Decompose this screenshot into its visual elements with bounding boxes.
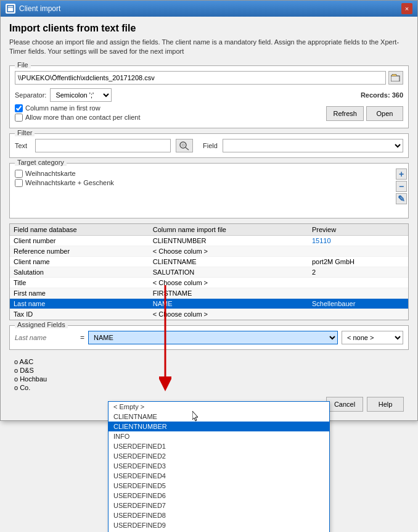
- dropdown-item[interactable]: USERDEFINED8: [109, 510, 329, 520]
- target-side-buttons: + − ✎: [396, 168, 407, 204]
- search-button[interactable]: [176, 139, 193, 152]
- dropdown-overlay: < Empty >CLIENTNAMECLIENTNUMBERINFOUSERD…: [108, 401, 330, 532]
- dropdown-item[interactable]: < Empty >: [109, 402, 329, 412]
- remove-category-button[interactable]: −: [396, 181, 407, 192]
- column-name-cell: CLIENTNUMBER: [149, 235, 308, 246]
- table-row[interactable]: Reference number< Choose colum >: [10, 246, 408, 256]
- dropdown-item[interactable]: CLIENTNAME: [109, 412, 329, 422]
- dropdown-item[interactable]: USERDEFINED7: [109, 501, 329, 510]
- bottom-item-1: o A&C: [14, 357, 404, 366]
- table-row[interactable]: SalutationSALUTATION2: [10, 267, 408, 277]
- add-category-button[interactable]: +: [396, 168, 407, 180]
- table-row[interactable]: Tax ID< Choose colum >: [10, 309, 408, 319]
- allow-more-label: Allow more than one contact per client: [25, 114, 141, 121]
- assigned-second-dropdown[interactable]: < none >: [342, 331, 403, 344]
- checkboxes: Column name in first row Allow more than…: [15, 104, 141, 123]
- col-column-name: Column name import file: [149, 224, 308, 236]
- svg-rect-0: [7, 6, 14, 12]
- dropdown-item[interactable]: USERDEFINED2: [109, 451, 329, 461]
- browse-button[interactable]: [388, 71, 403, 85]
- table-row[interactable]: First nameFIRSTNAME: [10, 288, 408, 298]
- field-name-cell: Client number: [10, 235, 149, 246]
- table-row[interactable]: Client numberCLIENTNUMBER15110: [10, 235, 408, 246]
- assigned-dropdown[interactable]: NAME: [88, 331, 338, 344]
- filter-text-input[interactable]: [35, 139, 171, 152]
- column-name-cell: SALUTATION: [149, 267, 308, 277]
- target-item-2: Weihnachtskarte + Geschenk: [15, 179, 403, 187]
- dropdown-item[interactable]: USERDEFINED9: [109, 520, 329, 530]
- close-button[interactable]: ×: [401, 3, 412, 14]
- page-title: Import clients from text file: [9, 23, 409, 34]
- field-name-cell: Client name: [10, 256, 149, 267]
- edit-category-button[interactable]: ✎: [396, 193, 407, 204]
- assigned-content: Last name = NAME < none >: [10, 326, 408, 349]
- table-row[interactable]: Title< Choose colum >: [10, 277, 408, 288]
- preview-cell: [308, 246, 408, 256]
- bottom-item-3: o Hochbau: [14, 375, 404, 383]
- target-category-label: Target category: [15, 159, 67, 166]
- svg-point-3: [180, 142, 186, 148]
- main-window: Client import × Import clients from text…: [0, 0, 418, 421]
- preview-cell: [308, 309, 408, 319]
- separator-row: Separator: Semicolon ';' Records: 360: [15, 88, 403, 102]
- dropdown-item[interactable]: USERDEFINED3: [109, 461, 329, 471]
- target-label-2: Weihnachtskarte + Geschenk: [25, 179, 114, 186]
- preview-cell: 2: [308, 267, 408, 277]
- file-path-input[interactable]: [15, 71, 386, 85]
- column-name-label: Column name in first row: [25, 104, 100, 112]
- window-title: Client import: [19, 4, 60, 13]
- cancel-button[interactable]: Cancel: [326, 397, 363, 412]
- dropdown-item[interactable]: USERDEFINED5: [109, 481, 329, 491]
- target-checkbox-1[interactable]: [15, 170, 23, 178]
- bottom-list: o A&C o D&S o Hochbau o Co.: [9, 355, 409, 394]
- field-table: Field name database Column name import f…: [10, 224, 408, 320]
- bottom-item-4: o Co.: [14, 383, 404, 392]
- field-name-cell: Title: [10, 277, 149, 288]
- target-label-1: Weihnachtskarte: [25, 170, 76, 177]
- target-checkbox-2[interactable]: [15, 179, 23, 187]
- open-button[interactable]: Open: [366, 106, 403, 121]
- column-name-checkbox[interactable]: [15, 104, 23, 112]
- table-row[interactable]: Client nameCLIENTNAMEport2M GmbH: [10, 256, 408, 267]
- field-list-section: Field list Field name database Column na…: [9, 223, 409, 320]
- column-name-cell: NAME: [149, 298, 308, 309]
- svg-line-4: [186, 148, 189, 150]
- dropdown-item[interactable]: CLIENTNUMBER: [109, 422, 329, 431]
- dropdown-item[interactable]: INFO: [109, 431, 329, 441]
- field-name-cell: Tax ID: [10, 309, 149, 319]
- filter-row: Text Field: [15, 139, 403, 152]
- filter-section-label: Filter: [15, 129, 35, 136]
- equals-sign: =: [80, 333, 84, 342]
- help-button[interactable]: Help: [367, 397, 404, 412]
- column-name-cell: < Choose colum >: [149, 277, 308, 288]
- file-section-inner: Separator: Semicolon ';' Records: 360 Co…: [10, 66, 408, 128]
- bottom-item-2: o D&S: [14, 366, 404, 375]
- assigned-field-name: Last name: [15, 334, 76, 341]
- separator-left: Separator: Semicolon ';': [15, 88, 112, 102]
- preview-cell: [308, 277, 408, 288]
- assigned-fields-label: Assigned Fields: [15, 321, 68, 328]
- dropdown-item[interactable]: USERDEFINED1: [109, 441, 329, 451]
- dropdown-item[interactable]: USERDEFINED4: [109, 471, 329, 481]
- allow-more-checkbox[interactable]: [15, 114, 23, 122]
- file-buttons: Refresh Open: [326, 106, 403, 121]
- svg-rect-2: [391, 76, 400, 81]
- main-content: Import clients from text file Please cho…: [1, 17, 417, 420]
- text-label: Text: [15, 142, 30, 149]
- refresh-button[interactable]: Refresh: [326, 106, 364, 121]
- preview-cell: [308, 288, 408, 298]
- table-row[interactable]: Last nameNAMESchellenbauer: [10, 298, 408, 309]
- field-label: Field: [203, 142, 218, 149]
- preview-cell: port2M GmbH: [308, 256, 408, 267]
- field-name-cell: First name: [10, 288, 149, 298]
- field-table-header: Field name database Column name import f…: [10, 224, 408, 236]
- dropdown-item[interactable]: USERDEFINED6: [109, 491, 329, 501]
- separator-select[interactable]: Semicolon ';': [50, 88, 112, 102]
- target-category-section: Target category Weihnachtskarte Weihnach…: [9, 163, 409, 218]
- field-select[interactable]: [223, 139, 403, 152]
- col-preview: Preview: [308, 224, 408, 236]
- title-bar-left: Client import: [6, 4, 60, 14]
- separator-label: Separator:: [15, 91, 46, 99]
- col-field-name: Field name database: [10, 224, 149, 236]
- filter-section: Filter Text Field: [9, 133, 409, 158]
